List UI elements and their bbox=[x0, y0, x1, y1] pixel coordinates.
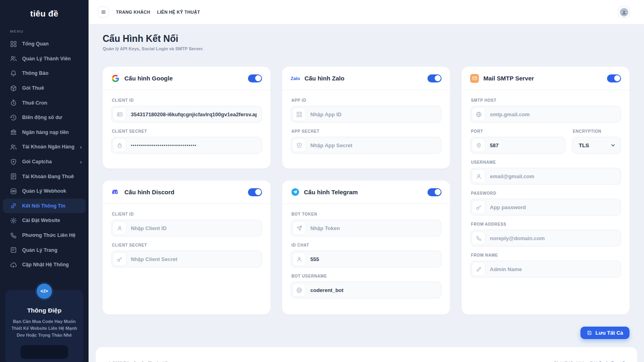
discord-enabled-toggle[interactable] bbox=[248, 188, 262, 196]
sidebar-item-quan-ly-webhook[interactable]: Quản Lý Webhook bbox=[3, 184, 86, 199]
sidebar-item-goi-thue[interactable]: Gói Thuê bbox=[3, 81, 86, 96]
page-icon bbox=[10, 247, 17, 253]
chevron-down-icon bbox=[611, 143, 615, 148]
smtp-port-field bbox=[470, 137, 566, 154]
save-row: Lưu Tất Cả bbox=[103, 327, 630, 339]
topbar-link-trang-khach[interactable]: TRANG KHÁCH bbox=[116, 10, 150, 14]
webhook-icon bbox=[10, 188, 17, 195]
user-icon bbox=[472, 169, 485, 183]
field-label: BOT USERNAME bbox=[291, 274, 442, 278]
menu-toggle-button[interactable] bbox=[98, 6, 109, 18]
sidebar-item-quan-ly-trang[interactable]: Quản Lý Trang bbox=[3, 243, 86, 257]
sidebar-item-cap-nhat-he-thong[interactable]: Cập Nhật Hệ Thống bbox=[3, 257, 86, 272]
field-label: PORT bbox=[471, 129, 566, 134]
telegram-bot-token-field bbox=[291, 220, 442, 237]
cloud-icon bbox=[10, 261, 17, 268]
lock-icon bbox=[113, 138, 126, 152]
card-header: Mail SMTP Server bbox=[462, 67, 630, 90]
user-icon bbox=[113, 221, 126, 235]
pencil-icon bbox=[472, 262, 485, 276]
page-content: Cấu Hình Kết Nối Quản lý API Keys, Socia… bbox=[89, 25, 644, 362]
message-card-title: Thông Điệp bbox=[11, 307, 78, 314]
bell-icon bbox=[10, 70, 17, 77]
sidebar-item-cai-dat-website[interactable]: Cài Đặt Website bbox=[3, 213, 86, 228]
card-header: Cấu hình Discord bbox=[103, 181, 270, 204]
sidebar-item-phuong-thuc-lien-he[interactable]: Phương Thức Liên Hệ bbox=[3, 228, 86, 243]
gear-icon bbox=[10, 217, 17, 224]
sidebar-item-tai-khoan-dang-thue[interactable]: Tài Khoản Đang Thuê bbox=[3, 169, 86, 184]
sidebar-item-ngan-hang-nap-tien[interactable]: Ngân hàng nạp tiền bbox=[3, 125, 86, 140]
smtp-enabled-toggle[interactable] bbox=[607, 74, 621, 82]
discord-client-secret-input[interactable] bbox=[131, 256, 257, 262]
topbar: TRANG KHÁCH LIÊN HỆ KỸ THUẬT bbox=[89, 0, 644, 25]
save-all-button[interactable]: Lưu Tất Cả bbox=[580, 327, 630, 339]
google-client-id-input[interactable] bbox=[131, 111, 257, 117]
sidebar-item-ket-noi-thong-tin[interactable]: Kết Nối Thông Tin bbox=[3, 199, 86, 214]
card-body: CLIENT ID CLIENT SECRET bbox=[103, 204, 270, 276]
phone-icon bbox=[472, 231, 485, 245]
code-icon: </> bbox=[37, 284, 52, 299]
discord-client-id-field bbox=[111, 220, 262, 237]
field-label: FROM NAME bbox=[471, 253, 621, 257]
card-header: Cấu hình Telegram bbox=[282, 181, 450, 204]
google-client-id-field bbox=[111, 106, 262, 123]
telegram-icon bbox=[291, 188, 299, 197]
users-icon bbox=[10, 55, 17, 62]
card-body: APP ID APP SECRET bbox=[282, 90, 450, 162]
google-icon bbox=[111, 74, 120, 83]
sidebar-item-label: Gói Thuê bbox=[22, 85, 44, 91]
telegram-bot-token-input[interactable] bbox=[310, 225, 436, 231]
sidebar-item-label: Phương Thức Liên Hệ bbox=[22, 232, 76, 238]
sidebar-item-label: Thuê Cron bbox=[22, 100, 47, 106]
smtp-config-card: Mail SMTP Server SMTP HOST bbox=[462, 67, 630, 315]
smtp-encryption-select[interactable]: TLS bbox=[572, 137, 621, 154]
discord-client-id-input[interactable] bbox=[131, 225, 257, 231]
cube-icon bbox=[10, 85, 17, 92]
zalo-enabled-toggle[interactable] bbox=[427, 74, 442, 82]
telegram-id-chat-input[interactable] bbox=[310, 256, 436, 262]
smtp-from-name-input[interactable] bbox=[490, 266, 616, 272]
user-menu-button[interactable] bbox=[618, 6, 630, 18]
google-client-secret-input[interactable] bbox=[131, 143, 257, 148]
sidebar-item-thong-bao[interactable]: Thông Báo bbox=[3, 66, 86, 81]
telegram-bot-username-input[interactable] bbox=[310, 287, 436, 293]
field-label: CLIENT SECRET bbox=[112, 129, 262, 134]
sidebar-item-bien-dong-so-du[interactable]: Biến động số dư bbox=[3, 110, 86, 125]
sidebar-item-thue-cron[interactable]: Thuê Cron bbox=[3, 95, 86, 110]
zalo-icon: Zalo bbox=[291, 76, 300, 81]
smtp-from-address-input[interactable] bbox=[490, 235, 616, 241]
sidebar-item-label: Ngân hàng nạp tiền bbox=[22, 130, 69, 135]
message-card-body: Bạn Cần Mua Code Hay Muốn Thiết Kế Websi… bbox=[11, 318, 78, 339]
smtp-password-input[interactable] bbox=[490, 204, 616, 210]
topbar-link-lien-he-ky-thuat[interactable]: LIÊN HỆ KỸ THUẬT bbox=[157, 10, 200, 14]
discord-config-card: Cấu hình Discord CLIENT ID CLIENT bbox=[103, 181, 270, 315]
smtp-host-input[interactable] bbox=[490, 111, 616, 117]
smtp-username-field bbox=[470, 168, 621, 185]
sidebar-item-goi-captcha[interactable]: Gói Captcha › bbox=[3, 154, 86, 169]
sidebar-item-tai-khoan-ngan-hang[interactable]: Tài Khoản Ngân Hàng › bbox=[3, 140, 86, 154]
field-label: APP SECRET bbox=[291, 129, 442, 134]
zalo-app-secret-input[interactable] bbox=[310, 142, 436, 148]
sidebar-item-label: Cài Đặt Website bbox=[22, 218, 60, 223]
card-title: Cấu hình Telegram bbox=[304, 189, 358, 195]
discord-client-secret-field bbox=[111, 251, 262, 267]
main-area: TRANG KHÁCH LIÊN HỆ KỸ THUẬT Cấu Hình Kế… bbox=[89, 0, 644, 362]
field-label: SMTP HOST bbox=[471, 98, 621, 103]
sidebar-item-quan-ly-thanh-vien[interactable]: Quản Lý Thành Viên bbox=[3, 51, 86, 66]
telegram-bot-username-field bbox=[291, 282, 442, 298]
sidebar-item-label: Quản Lý Webhook bbox=[22, 188, 66, 194]
smtp-username-input[interactable] bbox=[490, 173, 616, 179]
person-icon bbox=[621, 10, 627, 15]
google-enabled-toggle[interactable] bbox=[248, 74, 262, 82]
save-icon bbox=[587, 330, 592, 335]
sidebar-item-label: Tổng Quan bbox=[22, 41, 49, 47]
sidebar-item-tong-quan[interactable]: Tổng Quan bbox=[3, 37, 86, 51]
sidebar: tiêu đề MENU Tổng Quan Quản Lý Thành Viê… bbox=[0, 0, 89, 362]
telegram-id-chat-field bbox=[291, 251, 442, 267]
zalo-app-id-input[interactable] bbox=[310, 111, 436, 117]
message-card-button[interactable] bbox=[21, 345, 68, 359]
telegram-enabled-toggle[interactable] bbox=[427, 188, 442, 196]
mail-icon bbox=[470, 74, 479, 83]
smtp-port-input[interactable] bbox=[490, 142, 560, 148]
field-label: PASSWORD bbox=[471, 191, 621, 195]
